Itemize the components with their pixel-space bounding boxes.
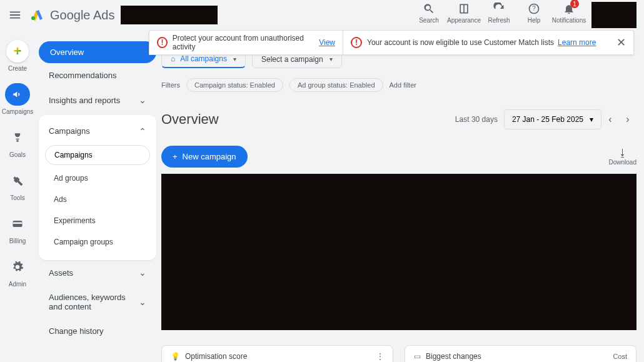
nav-assets[interactable]: Assets ⌄ (39, 260, 156, 285)
plus-icon: + (14, 43, 22, 59)
tools-icon (6, 169, 29, 192)
chevron-down-icon: ⌄ (139, 268, 146, 278)
appearance-button[interactable]: Appearance (449, 2, 479, 24)
plus-icon: + (173, 152, 178, 161)
chevron-up-icon: ⌃ (139, 126, 146, 136)
alert-security: ! Protect your account from unauthorised… (149, 31, 343, 54)
filters-label: Filters (161, 81, 180, 89)
nav-campaigns-header[interactable]: Campaigns ⌃ (39, 120, 156, 143)
add-filter-button[interactable]: Add filter (390, 81, 416, 89)
rail-billing[interactable]: Billing (6, 213, 29, 244)
rail-tools[interactable]: Tools (6, 169, 29, 201)
action-row: + New campaign ⭳ Download (161, 146, 636, 168)
hamburger-icon[interactable] (8, 8, 23, 23)
create-button[interactable]: + Create (6, 40, 29, 72)
date-preset-label: Last 30 days (455, 115, 498, 124)
trophy-icon (6, 126, 29, 149)
lightbulb-icon: 💡 (171, 352, 180, 361)
overview-header: Overview Last 30 days 27 Jan - 25 Feb 20… (161, 109, 636, 129)
page-title: Overview (161, 111, 219, 128)
chip-adgroup-status[interactable]: Ad group status: Enabled (289, 78, 383, 92)
chevron-down-icon: ▾ (330, 56, 333, 63)
summary-cards: 💡 Optimisation score ⋮ 100% Your optimis… (161, 345, 636, 362)
app-header: Google Ads Search Appearance Refresh ? (0, 0, 644, 30)
google-ads-logo-icon (30, 6, 45, 24)
chevron-down-icon: ▾ (233, 56, 236, 63)
help-icon: ? (528, 2, 540, 16)
appearance-icon (458, 2, 470, 16)
card-biggest-changes: ▭ Biggest changes Cost Biggest changes t… (405, 345, 636, 362)
svg-point-0 (31, 16, 35, 20)
search-icon (423, 2, 435, 16)
nav-insights[interactable]: Insights and reports ⌄ (39, 88, 156, 113)
nav-change-history[interactable]: Change history (39, 319, 156, 343)
alert-view-link[interactable]: View (319, 38, 335, 47)
new-campaign-button[interactable]: + New campaign (161, 146, 248, 168)
header-actions: Search Appearance Refresh ? Help 1 Noti (414, 2, 636, 28)
rail-goals[interactable]: Goals (6, 126, 29, 158)
home-icon: ⌂ (171, 54, 175, 63)
redacted-chart (161, 174, 636, 330)
alert-bar: ! Protect your account from unauthorised… (149, 30, 634, 55)
logo[interactable]: Google Ads (30, 6, 114, 24)
gear-icon (6, 256, 29, 278)
nav-sub-experiments[interactable]: Experiments (39, 210, 156, 231)
alert-customer-match: ! Your account is now eligible to use Cu… (343, 31, 608, 54)
side-nav: Overview Recommendations Insights and re… (39, 41, 156, 343)
next-period-button[interactable]: › (619, 114, 636, 125)
notification-badge: 1 (570, 0, 579, 8)
help-button[interactable]: ? Help (519, 2, 549, 24)
trend-icon: ▭ (414, 352, 421, 361)
close-icon[interactable]: ✕ (608, 36, 633, 49)
refresh-button[interactable]: Refresh (484, 2, 514, 24)
chevron-down-icon: ⌄ (139, 95, 146, 105)
card-optimisation-score: 💡 Optimisation score ⋮ 100% Your optimis… (161, 345, 393, 362)
chevron-down-icon: ▾ (590, 115, 593, 124)
alert-icon: ! (351, 37, 362, 48)
left-rail: + Create Campaigns Goals Tools Billing A… (0, 35, 35, 288)
redacted-account (121, 6, 218, 24)
nav-audiences[interactable]: Audiences, keywords and content ⌄ (39, 285, 156, 319)
chevron-down-icon: ⌄ (139, 297, 146, 307)
nav-campaigns-group: Campaigns ⌃ Campaigns Ad groups Ads Expe… (39, 115, 156, 260)
card-icon (6, 213, 29, 235)
megaphone-icon (5, 83, 30, 106)
redacted-avatar (591, 2, 636, 28)
svg-rect-6 (13, 223, 23, 224)
nav-overview[interactable]: Overview (39, 41, 156, 63)
product-name: Google Ads (50, 8, 114, 23)
date-range-picker[interactable]: 27 Jan - 25 Feb 2025 ▾ (504, 109, 601, 129)
prev-period-button[interactable]: ‹ (601, 114, 619, 125)
nav-recommendations[interactable]: Recommendations (39, 63, 156, 88)
nav-sub-ads[interactable]: Ads (39, 189, 156, 210)
notifications-button[interactable]: 1 Notifications (554, 2, 584, 24)
alert-icon: ! (157, 37, 168, 48)
nav-sub-adgroups[interactable]: Ad groups (39, 168, 156, 189)
download-button[interactable]: ⭳ Download (609, 148, 636, 166)
refresh-icon (493, 2, 505, 16)
rail-campaigns[interactable]: Campaigns (2, 83, 34, 115)
svg-text:?: ? (532, 5, 536, 12)
alert-learn-more-link[interactable]: Learn more (558, 38, 596, 47)
filters-row: Filters Campaign status: Enabled Ad grou… (161, 78, 636, 92)
more-icon[interactable]: ⋮ (376, 352, 384, 361)
main-content: ⌂ All campaigns ▾ Select a campaign ▾ Fi… (161, 48, 636, 362)
cost-label: Cost (613, 353, 627, 360)
download-icon: ⭳ (618, 148, 628, 159)
chip-campaign-status[interactable]: Campaign status: Enabled (186, 78, 283, 92)
nav-sub-campaign-groups[interactable]: Campaign groups (39, 231, 156, 253)
search-button[interactable]: Search (414, 2, 444, 24)
rail-admin[interactable]: Admin (6, 256, 29, 288)
nav-sub-campaigns[interactable]: Campaigns (45, 145, 150, 165)
